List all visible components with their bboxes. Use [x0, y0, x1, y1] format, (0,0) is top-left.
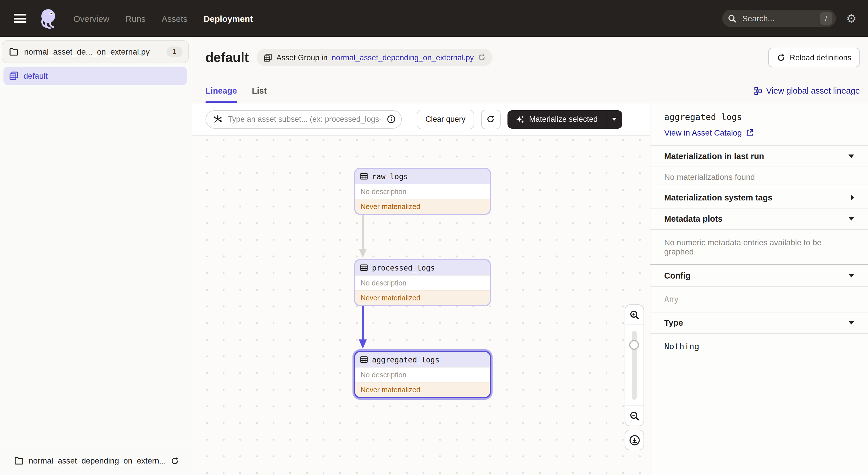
asset-group-icon [264, 53, 272, 62]
materialize-selected-button[interactable]: Materialize selected [507, 110, 623, 128]
reload-location-icon[interactable] [478, 53, 486, 61]
breadcrumb: Asset Group in normal_asset_depending_on… [257, 49, 493, 66]
asset-status: Never materialized [355, 199, 490, 214]
asset-description: No description [355, 275, 490, 290]
section-metadata-plots[interactable]: Metadata plots [650, 208, 868, 230]
asset-name: aggregated_logs [372, 355, 439, 364]
code-location-row[interactable]: normal_asset_de..._on_external.py 1 [2, 40, 189, 63]
page-header: default Asset Group in normal_asset_depe… [192, 37, 868, 103]
chevron-right-icon [851, 195, 854, 201]
download-graph-button[interactable] [625, 429, 644, 450]
section-type[interactable]: Type [650, 313, 868, 334]
zoom-out-button[interactable] [625, 406, 644, 425]
sidebar-item-default-group[interactable]: default [3, 67, 187, 85]
section-materialization-in-last-run[interactable]: Materialization in last run [650, 146, 868, 167]
code-location-label: normal_asset_de..._on_external.py [24, 47, 150, 56]
asset-graph-query-icon [213, 115, 222, 124]
search-shortcut-key: / [820, 12, 832, 25]
tab-lineage[interactable]: Lineage [206, 79, 237, 103]
table-icon [360, 264, 368, 272]
materialization-empty-message: No materializations found [650, 167, 868, 187]
view-in-asset-catalog-link[interactable]: View in Asset Catalog [664, 128, 854, 137]
sparkle-icon [516, 115, 525, 124]
asset-count-badge: 1 [166, 47, 183, 57]
metadata-plots-empty-message: No numeric metadata entries available to… [650, 230, 868, 265]
asset-group-icon [9, 71, 19, 81]
folder-icon [14, 456, 24, 465]
section-label: Config [664, 271, 691, 280]
chevron-down-icon [848, 274, 854, 277]
refresh-icon [487, 115, 495, 123]
folder-icon [9, 48, 19, 56]
reload-location-icon[interactable] [170, 456, 179, 465]
asset-status: Never materialized [355, 290, 490, 305]
chevron-down-icon [848, 217, 854, 220]
view-global-asset-lineage-link[interactable]: View global asset lineage [753, 86, 860, 95]
section-config[interactable]: Config [650, 265, 868, 287]
top-navbar: Overview Runs Assets Deployment / ⚙ [0, 0, 868, 37]
dagster-logo-icon[interactable] [36, 6, 61, 31]
sidebar-item-label: default [24, 71, 48, 81]
asset-description: No description [355, 184, 490, 199]
asset-detail-panel: aggregated_logs View in Asset Catalog Ma… [650, 103, 868, 475]
selected-asset-name: aggregated_logs [664, 112, 854, 122]
breadcrumb-code-location-link[interactable]: normal_asset_depending_on_external.py [332, 53, 474, 62]
search-input[interactable] [741, 13, 801, 24]
config-value: Any [650, 287, 868, 313]
asset-status: Never materialized [355, 382, 490, 397]
reload-definitions-button[interactable]: Reload definitions [768, 48, 860, 67]
table-icon [360, 172, 368, 180]
tab-list[interactable]: List [252, 79, 267, 103]
dagster-app: Overview Runs Assets Deployment / ⚙ norm… [0, 0, 868, 475]
download-icon [629, 435, 640, 445]
asset-node-raw-logs[interactable]: raw_logs No description Never materializ… [354, 168, 491, 215]
search-icon [728, 14, 737, 23]
reload-icon [776, 53, 785, 62]
table-icon [360, 356, 368, 363]
asset-lineage-canvas[interactable]: raw_logs No description Never materializ… [192, 136, 650, 475]
asset-name: processed_logs [372, 263, 435, 272]
zoom-in-icon [629, 310, 639, 320]
hamburger-menu-icon[interactable] [14, 14, 26, 23]
zoom-slider[interactable] [625, 325, 644, 406]
edge-processed-to-aggregated [357, 304, 369, 350]
sidebar-footer-code-location: normal_asset_depending_on_extern... [0, 446, 191, 475]
zoom-slider-knob[interactable] [629, 340, 639, 350]
chevron-down-icon [612, 118, 617, 121]
section-label: Type [664, 318, 683, 327]
global-search[interactable]: / [722, 10, 836, 27]
lineage-toolbar: Clear query Materialize selected [192, 103, 650, 136]
asset-node-processed-logs[interactable]: processed_logs No description Never mate… [354, 259, 491, 306]
asset-name: raw_logs [372, 172, 408, 181]
navbar-right: / ⚙ [722, 10, 857, 27]
type-value: Nothing [650, 334, 868, 359]
zoom-in-button[interactable] [625, 305, 644, 325]
asset-query-input-wrap [206, 110, 402, 128]
edge-raw-to-processed [357, 213, 369, 259]
refresh-graph-button[interactable] [481, 110, 501, 129]
chevron-down-icon [848, 321, 854, 325]
section-materialization-system-tags[interactable]: Materialization system tags [650, 187, 868, 208]
reload-definitions-label: Reload definitions [789, 53, 851, 62]
section-label: Metadata plots [664, 214, 722, 224]
info-icon[interactable] [387, 115, 396, 123]
nav-item-deployment[interactable]: Deployment [204, 13, 253, 23]
asset-query-input[interactable] [227, 114, 382, 124]
materialize-options-dropdown[interactable] [606, 110, 622, 128]
nav-item-overview[interactable]: Overview [73, 13, 110, 23]
asset-description: No description [355, 367, 490, 382]
section-label: Materialization in last run [664, 152, 764, 161]
clear-query-button[interactable]: Clear query [417, 110, 474, 129]
breadcrumb-prefix: Asset Group in [276, 53, 328, 62]
lineage-graph-icon [753, 86, 762, 95]
asset-node-aggregated-logs[interactable]: aggregated_logs No description Never mat… [354, 351, 491, 398]
view-in-asset-catalog-label: View in Asset Catalog [664, 128, 742, 137]
primary-nav: Overview Runs Assets Deployment [73, 13, 253, 23]
page-title: default [206, 50, 249, 65]
settings-gear-icon[interactable]: ⚙ [846, 12, 857, 24]
materialize-selected-label: Materialize selected [529, 115, 598, 123]
nav-item-runs[interactable]: Runs [125, 13, 146, 23]
zoom-controls [625, 304, 644, 450]
nav-item-assets[interactable]: Assets [162, 13, 187, 23]
external-link-icon [746, 129, 754, 137]
